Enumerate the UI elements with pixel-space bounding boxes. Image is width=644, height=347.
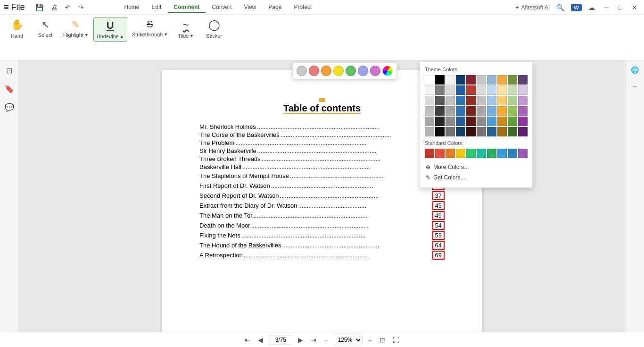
- theme-color-swatch[interactable]: [497, 75, 507, 85]
- theme-color-swatch[interactable]: [508, 96, 517, 105]
- theme-color-swatch[interactable]: [456, 85, 465, 95]
- theme-color-swatch[interactable]: [508, 127, 517, 136]
- redo-button[interactable]: ↷: [75, 3, 87, 12]
- theme-color-swatch[interactable]: [518, 85, 528, 95]
- theme-color-swatch[interactable]: [477, 96, 486, 105]
- undo-button[interactable]: ↶: [62, 3, 74, 12]
- cloud-button[interactable]: ☁: [586, 3, 598, 12]
- theme-color-swatch[interactable]: [466, 75, 476, 85]
- standard-color-swatch[interactable]: [508, 149, 517, 158]
- theme-color-swatch[interactable]: [425, 96, 434, 105]
- standard-color-swatch[interactable]: [466, 149, 476, 158]
- tab-view[interactable]: View: [239, 2, 262, 13]
- theme-color-swatch[interactable]: [456, 96, 465, 105]
- theme-color-swatch[interactable]: [456, 106, 465, 116]
- theme-color-swatch[interactable]: [497, 127, 507, 136]
- sidebar-cursor-icon[interactable]: ⊡: [4, 64, 14, 77]
- theme-color-swatch[interactable]: [518, 106, 528, 116]
- hand-tool[interactable]: ✋ Hand: [4, 17, 30, 41]
- theme-color-swatch[interactable]: [508, 85, 517, 95]
- theme-color-swatch[interactable]: [518, 96, 528, 105]
- theme-color-swatch[interactable]: [497, 96, 507, 105]
- more-colors-action[interactable]: ⊕ More Colors...: [425, 162, 528, 172]
- theme-color-swatch[interactable]: [466, 117, 476, 126]
- sidebar-bookmark-icon[interactable]: 🔖: [3, 83, 16, 95]
- theme-color-swatch[interactable]: [425, 117, 434, 126]
- theme-color-swatch[interactable]: [456, 75, 465, 85]
- close-button[interactable]: ✕: [629, 3, 640, 12]
- get-colors-action[interactable]: ✎ Get Colors...: [425, 172, 528, 183]
- save-button[interactable]: 💾: [33, 3, 46, 12]
- theme-color-swatch[interactable]: [497, 85, 507, 95]
- theme-color-swatch[interactable]: [518, 75, 528, 85]
- tab-page[interactable]: Page: [263, 2, 287, 13]
- theme-color-swatch[interactable]: [446, 75, 455, 85]
- theme-color-swatch[interactable]: [425, 85, 434, 95]
- search-button[interactable]: 🔍: [553, 3, 567, 12]
- theme-color-swatch[interactable]: [477, 85, 486, 95]
- current-page-input[interactable]: [269, 335, 292, 345]
- theme-color-swatch[interactable]: [518, 117, 528, 126]
- theme-color-swatch[interactable]: [508, 117, 517, 126]
- theme-color-swatch[interactable]: [446, 85, 455, 95]
- last-page-button[interactable]: ⇥: [309, 335, 318, 345]
- standard-color-swatch[interactable]: [477, 149, 486, 158]
- theme-color-swatch[interactable]: [497, 117, 507, 126]
- theme-color-swatch[interactable]: [435, 127, 445, 136]
- color-swatch-yellow[interactable]: [333, 66, 344, 76]
- standard-color-swatch[interactable]: [497, 149, 507, 158]
- theme-color-swatch[interactable]: [508, 75, 517, 85]
- theme-color-swatch[interactable]: [487, 75, 496, 85]
- maximize-button[interactable]: □: [616, 3, 625, 12]
- underline-tool[interactable]: U Underline ▲: [93, 17, 127, 42]
- zoom-select[interactable]: 50% 75% 100% 125% 150% 200%: [334, 335, 363, 345]
- expand-icon[interactable]: ↔: [630, 81, 640, 92]
- sidebar-comment-icon[interactable]: 💬: [3, 101, 16, 114]
- theme-color-swatch[interactable]: [435, 117, 445, 126]
- theme-color-swatch[interactable]: [497, 106, 507, 116]
- theme-color-swatch[interactable]: [446, 127, 455, 136]
- theme-color-swatch[interactable]: [466, 85, 476, 95]
- theme-color-swatch[interactable]: [446, 106, 455, 116]
- tab-protect[interactable]: Protect: [288, 2, 317, 13]
- color-swatch-gray[interactable]: [297, 66, 307, 76]
- theme-color-swatch[interactable]: [435, 85, 445, 95]
- theme-color-swatch[interactable]: [518, 127, 528, 136]
- theme-color-swatch[interactable]: [456, 127, 465, 136]
- theme-color-swatch[interactable]: [435, 96, 445, 105]
- tab-comment[interactable]: Comment: [168, 2, 205, 13]
- standard-color-swatch[interactable]: [487, 149, 496, 158]
- color-wheel[interactable]: [382, 66, 393, 76]
- theme-color-swatch[interactable]: [477, 106, 486, 116]
- next-page-button[interactable]: ▶: [296, 335, 305, 345]
- standard-color-swatch[interactable]: [456, 149, 465, 158]
- color-swatch-red[interactable]: [309, 66, 319, 76]
- theme-color-swatch[interactable]: [435, 106, 445, 116]
- theme-color-swatch[interactable]: [466, 106, 476, 116]
- minimize-button[interactable]: ─: [602, 3, 612, 12]
- sticker-tool[interactable]: ◯ Sticker: [201, 17, 227, 41]
- color-swatch-green[interactable]: [346, 66, 356, 76]
- theme-color-swatch[interactable]: [466, 127, 476, 136]
- fullscreen-button[interactable]: ⛶: [391, 335, 401, 345]
- theme-color-swatch[interactable]: [435, 75, 445, 85]
- first-page-button[interactable]: ⇤: [243, 335, 252, 345]
- theme-color-swatch[interactable]: [456, 117, 465, 126]
- tab-convert[interactable]: Convert: [206, 2, 238, 13]
- theme-color-swatch[interactable]: [425, 75, 434, 85]
- theme-color-swatch[interactable]: [487, 106, 496, 116]
- color-swatch-orange[interactable]: [321, 66, 331, 76]
- zoom-in-button[interactable]: +: [366, 335, 374, 345]
- standard-color-swatch[interactable]: [435, 149, 445, 158]
- standard-color-swatch[interactable]: [425, 149, 434, 158]
- translate-icon[interactable]: 🌐: [629, 64, 641, 76]
- file-menu[interactable]: ≡ File: [4, 2, 25, 12]
- fit-page-button[interactable]: ⊡: [378, 335, 387, 345]
- theme-color-swatch[interactable]: [477, 75, 486, 85]
- tab-home[interactable]: Home: [119, 2, 145, 13]
- theme-color-swatch[interactable]: [466, 96, 476, 105]
- theme-color-swatch[interactable]: [446, 96, 455, 105]
- theme-color-swatch[interactable]: [425, 106, 434, 116]
- prev-page-button[interactable]: ◀: [256, 335, 265, 345]
- theme-color-swatch[interactable]: [487, 117, 496, 126]
